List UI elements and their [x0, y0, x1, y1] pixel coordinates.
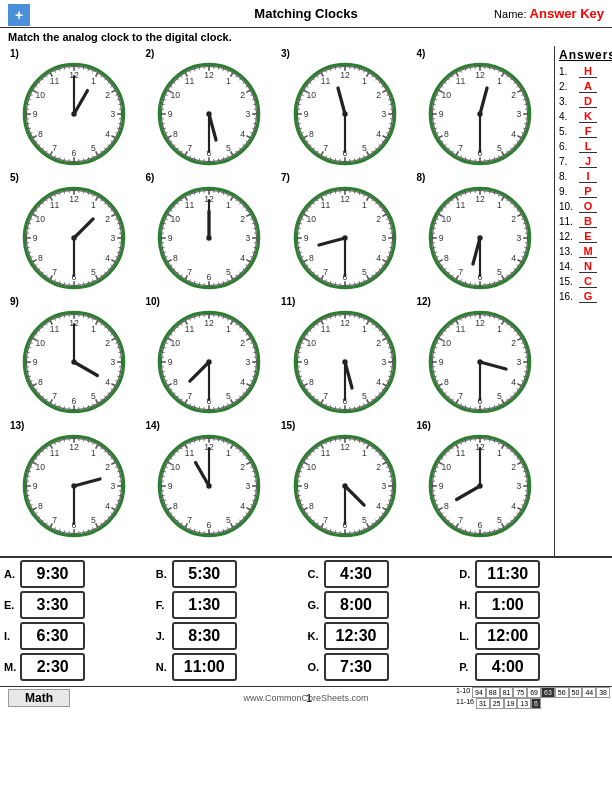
svg-text:9: 9 [32, 357, 37, 367]
svg-text:10: 10 [442, 90, 452, 100]
answer-value: D [579, 95, 597, 108]
svg-text:12: 12 [340, 70, 350, 80]
svg-text:3: 3 [246, 481, 251, 491]
svg-text:12: 12 [340, 318, 350, 328]
clock-container-14: 121234567891011 [144, 432, 276, 540]
svg-text:4: 4 [376, 253, 381, 263]
svg-text:8: 8 [38, 129, 43, 139]
svg-text:1: 1 [497, 448, 502, 458]
svg-text:3: 3 [110, 233, 115, 243]
answer-number: 9. [559, 186, 579, 197]
svg-text:9: 9 [168, 233, 173, 243]
clock-label-3: 3) [281, 48, 290, 59]
svg-text:10: 10 [171, 214, 181, 224]
clock-label-9: 9) [10, 296, 19, 307]
clock-container-6: 121234567891011 [144, 184, 276, 292]
name-area: Name: Answer Key [494, 6, 604, 21]
svg-text:2: 2 [376, 338, 381, 348]
svg-text:5: 5 [362, 515, 367, 525]
svg-text:7: 7 [458, 267, 463, 277]
answer-number: 11. [559, 216, 579, 227]
svg-text:9: 9 [168, 109, 173, 119]
clock-label-14: 14) [146, 420, 160, 431]
digital-time: 4:00 [475, 653, 540, 681]
svg-text:8: 8 [309, 253, 314, 263]
digital-letter: N. [156, 661, 168, 673]
svg-text:10: 10 [306, 214, 316, 224]
svg-point-1231 [478, 483, 483, 488]
score-row-1: 1-10 94 88 81 75 69 63 56 50 44 38 [456, 687, 610, 698]
clock-label-13: 13) [10, 420, 24, 431]
svg-text:10: 10 [35, 90, 45, 100]
clock-cell-1: 1) 121234567891011 [8, 48, 140, 168]
svg-text:6: 6 [71, 396, 76, 406]
footer-scores: 1-10 94 88 81 75 69 63 56 50 44 38 11-16… [456, 687, 610, 709]
svg-text:8: 8 [173, 129, 178, 139]
svg-text:9: 9 [168, 357, 173, 367]
svg-point-384 [71, 235, 76, 240]
answer-item: 1. H [559, 65, 608, 78]
answers-list: 1. H2. A3. D4. K5. F6. L7. J8. I9. P10. … [559, 65, 608, 303]
svg-text:7: 7 [458, 143, 463, 153]
clock-container-12: 121234567891011 [415, 308, 547, 416]
clock-14: 121234567891011 [155, 432, 263, 540]
clock-label-2: 2) [146, 48, 155, 59]
answer-item: 5. F [559, 125, 608, 138]
svg-text:2: 2 [512, 90, 517, 100]
svg-text:11: 11 [321, 76, 331, 86]
svg-text:3: 3 [246, 233, 251, 243]
svg-text:3: 3 [517, 233, 522, 243]
clock-label-8: 8) [417, 172, 426, 183]
svg-text:10: 10 [171, 90, 181, 100]
digital-time: 3:30 [20, 591, 85, 619]
score-row-2: 11-16 31 25 19 13 6 [456, 698, 610, 709]
answer-value: E [579, 230, 597, 243]
svg-point-846 [342, 359, 347, 364]
clock-label-7: 7) [281, 172, 290, 183]
svg-point-461 [207, 235, 212, 240]
svg-point-307 [478, 111, 483, 116]
svg-point-692 [71, 359, 76, 364]
svg-text:2: 2 [105, 90, 110, 100]
answer-item: 3. D [559, 95, 608, 108]
clock-6: 121234567891011 [155, 184, 263, 292]
digital-letter: D. [459, 568, 471, 580]
svg-text:7: 7 [187, 267, 192, 277]
digital-cell: P. 4:00 [459, 653, 608, 681]
svg-text:3: 3 [246, 357, 251, 367]
svg-text:2: 2 [376, 214, 381, 224]
svg-text:5: 5 [362, 391, 367, 401]
digital-time: 5:30 [172, 560, 237, 588]
footer: Math www.CommonCoreSheets.com 1 1-10 94 … [0, 686, 612, 708]
svg-text:5: 5 [497, 143, 502, 153]
svg-text:3: 3 [110, 357, 115, 367]
logo: + [8, 4, 30, 26]
svg-text:5: 5 [91, 391, 96, 401]
svg-point-153 [207, 111, 212, 116]
header: + Matching Clocks Name: Answer Key [0, 0, 612, 28]
answer-value: K [579, 110, 597, 123]
svg-text:9: 9 [439, 233, 444, 243]
svg-text:7: 7 [52, 267, 57, 277]
digital-cell: O. 7:30 [308, 653, 457, 681]
svg-point-1154 [342, 483, 347, 488]
digital-time: 7:30 [324, 653, 389, 681]
svg-text:9: 9 [303, 233, 308, 243]
clock-cell-4: 4) 121234567891011 [415, 48, 547, 168]
svg-text:10: 10 [442, 462, 452, 472]
clock-container-2: 121234567891011 [144, 60, 276, 168]
answer-value: N [579, 260, 597, 273]
svg-text:11: 11 [185, 324, 195, 334]
svg-text:10: 10 [306, 462, 316, 472]
clock-container-8: 121234567891011 [415, 184, 547, 292]
svg-point-1077 [207, 483, 212, 488]
svg-text:1: 1 [362, 448, 367, 458]
answer-key-label: Answer Key [530, 6, 604, 21]
svg-text:12: 12 [204, 70, 214, 80]
clock-label-6: 6) [146, 172, 155, 183]
svg-text:2: 2 [512, 338, 517, 348]
clock-9: 121234567891011 [20, 308, 128, 416]
clock-container-5: 121234567891011 [8, 184, 140, 292]
digital-letter: L. [459, 630, 471, 642]
svg-text:5: 5 [226, 515, 231, 525]
